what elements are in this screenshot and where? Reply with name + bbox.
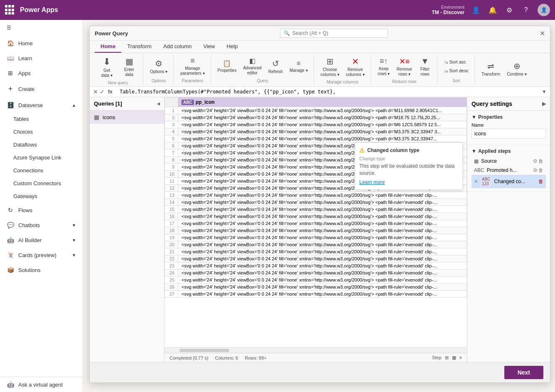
row-cell-pp-icon[interactable]: <svg width='24' height='24' viewBox='0 0… bbox=[178, 241, 467, 248]
row-cell-pp-icon[interactable]: <svg width='24' height='24' viewBox='0 0… bbox=[178, 234, 467, 241]
step-changed-co[interactable]: ✕ ABC123 Changed co... 🗑 bbox=[472, 175, 546, 188]
table-row[interactable]: 4<svg width='24' height='24' viewBox='0 … bbox=[165, 128, 467, 135]
help-icon[interactable]: ? bbox=[521, 5, 531, 15]
step-promoted-h[interactable]: ABC Promoted h... ⚙ 🗑 bbox=[472, 166, 546, 175]
step-source-gear-icon[interactable]: ⚙ bbox=[533, 158, 538, 164]
row-cell-pp-icon[interactable]: <svg width='24' height='24' viewBox='0 0… bbox=[178, 227, 467, 234]
sidebar-item-learn[interactable]: 📖 Learn bbox=[0, 51, 83, 66]
sidebar-item-flows[interactable]: ↻ Flows bbox=[0, 203, 83, 218]
step-source[interactable]: ▦ Source ⚙ 🗑 bbox=[472, 157, 546, 166]
sidebar-item-solutions[interactable]: 📦 Solutions bbox=[0, 262, 83, 277]
pq-search-input[interactable] bbox=[292, 30, 384, 36]
remove-rows-button[interactable]: ✕≡ Removerows ▾ bbox=[394, 55, 415, 78]
row-cell-pp-icon[interactable]: <svg width='24' height='24' viewBox='0 0… bbox=[178, 213, 467, 220]
virtual-agent-btn[interactable]: 🤖 Ask a virtual agent bbox=[0, 377, 83, 392]
step-promoted-gear-icon[interactable]: ⚙ bbox=[533, 167, 538, 173]
row-cell-pp-icon[interactable]: <svg width='24' height='24' viewBox='0 0… bbox=[178, 270, 467, 277]
status-grid2-icon[interactable]: ▦ bbox=[452, 355, 456, 360]
table-row[interactable]: 16<svg width='24' height='24' viewBox='0… bbox=[165, 213, 467, 220]
learn-more-link[interactable]: Learn more bbox=[359, 179, 385, 185]
settings-expand-icon[interactable]: ▶ bbox=[542, 101, 546, 107]
row-cell-pp-icon[interactable]: <svg width='24' height='24' viewBox='0 0… bbox=[178, 220, 467, 227]
next-button[interactable]: Next bbox=[504, 366, 543, 379]
query-item-icons[interactable]: ▦ icons bbox=[90, 110, 164, 124]
table-row[interactable]: 22<svg width='24' height='24' viewBox='0… bbox=[165, 255, 467, 262]
sidebar-item-dataverse[interactable]: 🗄️ Dataverse ▲ bbox=[0, 98, 83, 113]
row-cell-pp-icon[interactable]: <svg width='24' height='24' viewBox='0 0… bbox=[178, 284, 467, 291]
row-cell-pp-icon[interactable]: <svg width='24' height='24' viewBox='0 0… bbox=[178, 114, 467, 121]
tab-add-column[interactable]: Add column bbox=[157, 41, 198, 53]
queries-collapse-icon[interactable]: ◂ bbox=[157, 100, 160, 107]
table-row[interactable]: 24<svg width='24' height='24' viewBox='0… bbox=[165, 270, 467, 277]
enter-data-button[interactable]: ▦ Enterdata bbox=[119, 55, 140, 80]
sidebar-item-create[interactable]: + Create bbox=[0, 81, 83, 98]
keep-rows-button[interactable]: ≡↑ Keeprows ▾ bbox=[375, 55, 393, 78]
table-row[interactable]: 18<svg width='24' height='24' viewBox='0… bbox=[165, 227, 467, 234]
combine-button[interactable]: ⊕ Combine ▾ bbox=[504, 59, 529, 78]
sidebar-item-apps[interactable]: ⊞ Apps bbox=[0, 66, 83, 81]
sidebar-item-connections[interactable]: Connections bbox=[0, 164, 83, 177]
sort-desc-button[interactable]: ↓₁ Sort desc bbox=[442, 67, 471, 75]
settings-icon[interactable]: ⚙ bbox=[504, 5, 514, 15]
sidebar-item-ai-builder[interactable]: 🤖 AI Builder ▼ bbox=[0, 233, 83, 247]
table-row[interactable]: 5<svg width='24' height='24' viewBox='0 … bbox=[165, 135, 467, 142]
row-cell-pp-icon[interactable]: <svg width='24' height='24' viewBox='0 0… bbox=[178, 262, 467, 270]
row-cell-pp-icon[interactable]: <svg width='24' height='24' viewBox='0 0… bbox=[178, 255, 467, 262]
table-row[interactable]: 14<svg width='24' height='24' viewBox='0… bbox=[165, 199, 467, 206]
waffle-menu-icon[interactable] bbox=[5, 5, 15, 15]
status-step-icon[interactable]: Step bbox=[432, 355, 442, 360]
tab-view[interactable]: View bbox=[198, 41, 221, 53]
formula-expand-icon[interactable]: ▼ bbox=[542, 89, 547, 95]
remove-columns-button[interactable]: ✕ Removecolumns ▾ bbox=[344, 55, 367, 79]
avatar[interactable]: 👤 bbox=[538, 4, 550, 16]
row-cell-pp-icon[interactable]: <svg width='24' height='24' viewBox='0 0… bbox=[178, 121, 467, 128]
status-grid3-icon[interactable]: ≡ bbox=[459, 355, 462, 360]
tab-transform[interactable]: Transform bbox=[121, 41, 157, 53]
table-row[interactable]: 13<svg width='24' height='24' viewBox='0… bbox=[165, 192, 467, 199]
row-cell-pp-icon[interactable]: <svg width='24' height='24' viewBox='0 0… bbox=[178, 291, 467, 298]
table-row[interactable]: 20<svg width='24' height='24' viewBox='0… bbox=[165, 241, 467, 248]
table-row[interactable]: 17<svg width='24' height='24' viewBox='0… bbox=[165, 220, 467, 227]
step-changed-cancel-icon[interactable]: ✕ bbox=[474, 179, 478, 184]
sidebar-item-gateways[interactable]: Gateways bbox=[0, 190, 83, 203]
step-promoted-delete-icon[interactable]: 🗑 bbox=[538, 167, 543, 173]
formula-cancel-icon[interactable]: ✕ bbox=[93, 88, 98, 95]
row-cell-pp-icon[interactable]: <svg width='24' height='24' viewBox='0 0… bbox=[178, 199, 467, 206]
filter-rows-button[interactable]: ▼ Filterrows bbox=[416, 55, 434, 78]
table-row[interactable]: 15<svg width='24' height='24' viewBox='0… bbox=[165, 206, 467, 213]
row-cell-pp-icon[interactable]: <svg width='24' height='24' viewBox='0 0… bbox=[178, 277, 467, 284]
sidebar-item-chatbots[interactable]: 💬 Chatbots ▼ bbox=[0, 218, 83, 233]
step-changed-delete-icon[interactable]: 🗑 bbox=[538, 179, 543, 184]
row-cell-pp-icon[interactable]: <svg width='24' height='24' viewBox='0 0… bbox=[178, 206, 467, 213]
status-grid1-icon[interactable]: ⊞ bbox=[445, 355, 449, 360]
table-row[interactable]: 1<svg width='24' height='24' viewBox='0 … bbox=[165, 107, 467, 114]
table-row[interactable]: 23<svg width='24' height='24' viewBox='0… bbox=[165, 262, 467, 270]
horizontal-scrollbar[interactable] bbox=[165, 347, 467, 353]
formula-input[interactable] bbox=[120, 89, 538, 95]
sidebar-item-choices[interactable]: Choices bbox=[0, 125, 83, 138]
step-source-delete-icon[interactable]: 🗑 bbox=[538, 158, 543, 164]
sidebar-item-custom-connectors[interactable]: Custom Connectors bbox=[0, 177, 83, 190]
table-row[interactable]: 21<svg width='24' height='24' viewBox='0… bbox=[165, 248, 467, 255]
refresh-button[interactable]: ↺ Refresh bbox=[266, 57, 285, 76]
table-row[interactable]: 27<svg width='24' height='24' viewBox='0… bbox=[165, 291, 467, 298]
advanced-editor-button[interactable]: ◧ Advancededitor bbox=[241, 55, 264, 77]
row-cell-pp-icon[interactable]: <svg width='24' height='24' viewBox='0 0… bbox=[178, 192, 467, 199]
row-cell-pp-icon[interactable]: <svg width='24' height='24' viewBox='0 0… bbox=[178, 128, 467, 135]
table-row[interactable]: 19<svg width='24' height='24' viewBox='0… bbox=[165, 234, 467, 241]
table-row[interactable]: 3<svg width='24' height='24' viewBox='0 … bbox=[165, 121, 467, 128]
choose-columns-button[interactable]: ⊞ Choosecolumns ▾ bbox=[318, 55, 342, 79]
person-icon[interactable]: 👤 bbox=[471, 5, 481, 15]
options-button[interactable]: ⚙ Options ▾ bbox=[147, 57, 170, 76]
transform-button[interactable]: ⇌ Transform bbox=[479, 59, 503, 78]
formula-confirm-icon[interactable]: ✓ bbox=[100, 88, 105, 95]
sidebar-collapse-btn[interactable]: ☰ bbox=[0, 20, 83, 36]
row-cell-pp-icon[interactable]: <svg width='24' height='24' viewBox='0 0… bbox=[178, 107, 467, 114]
properties-button[interactable]: 📋 Properties bbox=[215, 58, 239, 75]
notification-icon[interactable]: 🔔 bbox=[488, 5, 498, 15]
tab-help[interactable]: Help bbox=[221, 41, 243, 53]
table-row[interactable]: 26<svg width='24' height='24' viewBox='0… bbox=[165, 284, 467, 291]
sidebar-item-azure-synapse[interactable]: Azure Synapse Link bbox=[0, 151, 83, 164]
sidebar-item-dataflows[interactable]: Dataflows bbox=[0, 138, 83, 151]
data-table-container[interactable]: ABC pp_icon 1<svg width='24' height='24'… bbox=[165, 97, 467, 347]
